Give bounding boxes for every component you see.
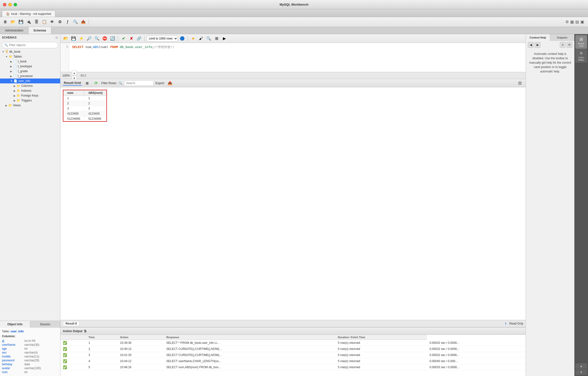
beautify-icon[interactable]: 🖌 <box>198 35 204 42</box>
format-icon[interactable]: ⊞ <box>213 35 220 42</box>
open-file-icon[interactable]: 📂 <box>62 35 69 42</box>
result-grid-wrapper: numABS(num) 1122334123400412340051234666… <box>60 87 526 320</box>
export-button[interactable]: 📤 <box>167 80 173 87</box>
main-tab[interactable]: 🏠 local - Warning - not supported <box>2 11 55 17</box>
tree-item-indexes[interactable]: ▶ 📁 Indexes <box>0 88 60 93</box>
layout1-icon[interactable]: ▦ <box>570 20 574 24</box>
run-icon[interactable]: ⚡ <box>78 35 85 42</box>
action-table-cell: 0.00032 sec / 0.0000... <box>427 352 526 358</box>
settings-icon[interactable]: ⚙ <box>565 20 569 24</box>
save-file-icon[interactable]: 💾 <box>70 35 77 42</box>
new-query-icon[interactable]: 🗎 <box>2 19 9 25</box>
tree-item-user_info[interactable]: ▼ 📄 user_info <box>0 78 60 83</box>
context-help-tabs: Context Help Snippets <box>526 34 574 41</box>
tree-item-views[interactable]: ▶ 📁 Views <box>0 103 60 108</box>
ctx-action2-button[interactable]: ⟳ <box>567 42 572 48</box>
table-cell: 51234666 <box>63 116 84 122</box>
explain-icon[interactable]: 🔍 <box>94 35 100 42</box>
export-label: Export: <box>155 81 165 85</box>
arrow-fk: ▶ <box>14 94 16 97</box>
action-output-header: Action Output ⇅ <box>60 328 526 335</box>
fk-icon: 📁 <box>17 94 20 97</box>
divider3 <box>188 36 188 42</box>
ctx-forward-button[interactable]: ▶ <box>535 42 540 48</box>
db-icon: 🗄 <box>5 50 8 53</box>
context-help-content: Automatic context help is disabled. Use … <box>526 49 574 77</box>
save-icon[interactable]: 💾 <box>18 19 24 25</box>
column-type: varchar(4) <box>24 351 38 354</box>
connect-icon[interactable]: 🔌 <box>25 19 32 25</box>
bookmark-icon[interactable]: ★ <box>190 35 197 42</box>
info-icon: ℹ <box>505 322 506 325</box>
result-grid-strip-button[interactable]: ⊞ Result Grid <box>575 35 587 49</box>
view-icon[interactable]: 👁 <box>49 19 55 25</box>
schema-icon[interactable]: 🗄 <box>33 19 40 25</box>
open-icon[interactable]: 📂 <box>10 19 17 25</box>
scroll-up-button[interactable]: ▲ <box>575 363 587 369</box>
tree-item-columns[interactable]: ▶ 📁 Columns <box>0 83 60 88</box>
top-right-icons: ⚙ ▦ ▤ ▣ <box>563 20 586 24</box>
layout3-icon[interactable]: ▣ <box>580 20 584 24</box>
window-controls <box>3 3 17 6</box>
filter-input[interactable] <box>2 42 58 48</box>
t_booktype-icon: 📄 <box>13 65 17 68</box>
editor-toolbar: 📂 💾 ⚡ 🔎 🔍 ⛔ 🔄 ✔ ✘ 🔗 Limit to 1000 rows 🔵… <box>60 34 526 43</box>
table-icon[interactable]: 📋 <box>41 19 48 25</box>
search-icon[interactable]: 🔍 <box>205 35 212 42</box>
tree-item-t_pricelevel[interactable]: ▶ 📄 t_pricelevel <box>0 74 60 78</box>
sql-content[interactable]: SELECT num,ABS(num) FROM db_book.user_in… <box>69 43 526 72</box>
import-icon[interactable]: 📤 <box>80 19 87 25</box>
action-table-cell: 5 row(s) returned <box>336 364 427 370</box>
tree-item-t_booktype[interactable]: ▶ 📄 t_booktype <box>0 64 60 69</box>
zoom-up-button[interactable]: ▲ <box>72 70 77 75</box>
sidebar-collapse-icon[interactable]: ⊙ <box>55 36 58 40</box>
limit-toggle-icon[interactable]: 🔵 <box>179 35 186 42</box>
column-name: id <box>2 339 21 343</box>
column-name: num <box>2 370 21 374</box>
scroll-down-button[interactable]: ▼ <box>575 369 587 375</box>
rollback-icon[interactable]: ✘ <box>128 35 135 42</box>
close-button[interactable] <box>3 3 6 6</box>
result-grid-tab[interactable]: Result Grid <box>63 80 82 86</box>
result-tab[interactable]: Result 6 <box>63 321 80 326</box>
form-editor-strip-button[interactable]: ≡ Form Editor <box>575 49 587 63</box>
grid-view-icon[interactable]: ⊞ <box>84 80 91 87</box>
arrow-triggers: ▶ <box>14 99 16 102</box>
table-row: 41234004123400 <box>63 111 107 116</box>
commit-icon[interactable]: ✔ <box>120 35 127 42</box>
func-icon[interactable]: ƒ <box>64 19 71 25</box>
tab-session[interactable]: Session <box>30 321 60 328</box>
tab-object-info[interactable]: Object Info <box>0 321 30 328</box>
action-table-cell: 5 row(s) returned <box>336 358 427 364</box>
search2-icon[interactable]: 🔍 <box>72 19 79 25</box>
layout2-icon[interactable]: ▤ <box>575 20 579 24</box>
tree-item-foreign-keys[interactable]: ▶ 📁 Foreign Keys <box>0 93 60 98</box>
minimize-button[interactable] <box>8 3 12 6</box>
more-icon[interactable]: ▶ <box>221 35 228 42</box>
maximize-button[interactable] <box>14 3 17 6</box>
tab-snippets[interactable]: Snippets <box>550 34 575 41</box>
tree-item-triggers[interactable]: ▶ 📁 Triggers <box>0 98 60 103</box>
tab-administration[interactable]: Administration <box>0 27 29 34</box>
tree-item-t_grade[interactable]: ▶ 📄 t_grade <box>0 69 60 74</box>
t_pricelevel-icon: 📄 <box>13 74 17 78</box>
run-selection-icon[interactable]: 🔎 <box>86 35 93 42</box>
toggle-icon[interactable]: 🔄 <box>109 35 116 42</box>
tree-item-db_book[interactable]: ▼ 🗄 db_book <box>0 49 60 54</box>
proc-icon[interactable]: ⚙ <box>56 19 63 25</box>
ctx-back-button[interactable]: ◀ <box>528 42 534 48</box>
autocommit-icon[interactable]: 🔗 <box>136 35 143 42</box>
limit-rows-select[interactable]: Limit to 1000 rows <box>147 36 178 42</box>
tab-context-help[interactable]: Context Help <box>526 34 550 41</box>
refresh-icon[interactable]: ⟳ <box>93 80 99 87</box>
right-icon-strip: ⊞ Result Grid ≡ Form Editor ▲ ▼ <box>574 34 588 376</box>
action-output-sort-icon[interactable]: ⇅ <box>84 329 87 333</box>
expand-icon[interactable]: ⊡ <box>516 80 523 87</box>
stop-icon[interactable]: ⛔ <box>101 35 108 42</box>
ctx-action1-button[interactable]: ≡ <box>560 42 566 48</box>
tree-item-t_book[interactable]: ▶ 📄 t_book <box>0 59 60 64</box>
tab-schemas[interactable]: Schemas <box>29 27 51 34</box>
filter-search-input[interactable] <box>124 80 153 86</box>
tree-item-tables[interactable]: ▼ 📁 Tables <box>0 54 60 59</box>
action-table-row: ✅510:46:16SELECT num,ABS(num) FROM db_bo… <box>60 364 526 370</box>
